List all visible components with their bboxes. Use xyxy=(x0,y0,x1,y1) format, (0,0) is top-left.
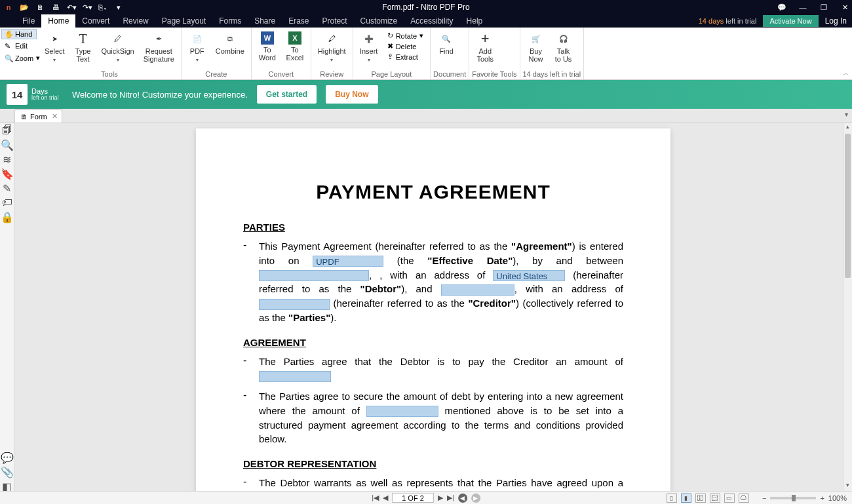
menu-help[interactable]: Help xyxy=(460,14,490,28)
vertical-scrollbar[interactable]: ▴ ▾ xyxy=(843,123,852,491)
menu-customize[interactable]: Customize xyxy=(354,14,404,28)
buy-now-button[interactable]: Buy Now xyxy=(326,85,378,104)
open-icon[interactable]: 📂 xyxy=(20,3,29,12)
scroll-down-icon[interactable]: ▾ xyxy=(843,482,852,491)
menu-home[interactable]: Home xyxy=(41,14,75,28)
combine-icon: ⧉ xyxy=(223,31,237,46)
attachments-panel-icon[interactable]: 📎 xyxy=(3,467,12,476)
creditor-name-field[interactable] xyxy=(441,284,514,296)
group-document-label: Document xyxy=(433,69,466,79)
extract-button[interactable]: ⇪Extract xyxy=(387,52,423,61)
zoom-level[interactable]: 100% xyxy=(828,494,847,502)
view-presentation-icon[interactable]: 🖵 xyxy=(739,494,749,503)
nav-forward-icon[interactable]: ▶ xyxy=(471,494,480,503)
menu-protect[interactable]: Protect xyxy=(316,14,354,28)
select-button[interactable]: ➤Select▾ xyxy=(41,29,69,69)
menu-review[interactable]: Review xyxy=(116,14,155,28)
view-facing-cont-icon[interactable]: ⿳ xyxy=(710,494,720,503)
quicksign-button[interactable]: 🖊QuickSign▾ xyxy=(98,29,138,69)
menu-convert[interactable]: Convert xyxy=(75,14,116,28)
debtor-name-field[interactable] xyxy=(259,270,369,281)
chat-icon[interactable]: 💬 xyxy=(777,3,786,12)
menu-accessibility[interactable]: Accessibility xyxy=(404,14,459,28)
pdf-button[interactable]: 📄PDF▾ xyxy=(184,29,210,69)
menu-erase[interactable]: Erase xyxy=(282,14,315,28)
print-icon[interactable]: 🖶 xyxy=(51,3,60,12)
insert-button[interactable]: ➕Insert▾ xyxy=(356,29,382,69)
get-started-button[interactable]: Get started xyxy=(257,85,317,104)
talk-to-us-button[interactable]: 🎧Talk to Us xyxy=(551,29,577,69)
login-link[interactable]: Log In xyxy=(825,16,847,26)
minimize-icon[interactable]: — xyxy=(798,3,807,12)
find-button[interactable]: 🔍Find xyxy=(433,29,459,69)
device-icon[interactable]: ⎘▾ xyxy=(98,3,107,12)
zoom-tool[interactable]: 🔍Zoom▾ xyxy=(1,52,37,64)
scroll-thumb[interactable] xyxy=(845,134,851,278)
main-area: 🗐 🔍 ≋ 🔖 ✎ 🏷 🔒 💬 📎 ◧ PAYMENT AGREEMENT PA… xyxy=(0,123,852,491)
type-text-button[interactable]: TType Text xyxy=(70,29,96,69)
edit-tool[interactable]: ✎Edit xyxy=(1,41,37,51)
next-page-icon[interactable]: ▶ xyxy=(438,494,443,502)
save-icon[interactable]: 🗎 xyxy=(35,3,45,12)
document-viewport[interactable]: PAYMENT AGREEMENT PARTIES - This Payment… xyxy=(14,123,852,491)
prev-page-icon[interactable]: ◀ xyxy=(383,494,388,502)
view-single-icon[interactable]: ▯ xyxy=(667,494,677,503)
doc-tab-icon: 🗎 xyxy=(20,113,28,121)
zoom-slider[interactable] xyxy=(770,497,816,499)
to-word-button[interactable]: WTo Word xyxy=(254,29,281,69)
undo-icon[interactable]: ↶▾ xyxy=(67,3,76,12)
highlight-button[interactable]: 🖍Highlight▾ xyxy=(314,29,350,69)
effective-date-field[interactable]: UPDF xyxy=(313,256,383,267)
zoom-out-icon[interactable]: − xyxy=(762,494,766,502)
to-excel-button[interactable]: XTo Excel xyxy=(282,29,308,69)
ribbon-collapse-icon[interactable]: ︿ xyxy=(843,69,849,78)
hand-tool[interactable]: ✋Hand xyxy=(1,29,37,39)
request-signature-button[interactable]: ✒Request Signature xyxy=(140,29,178,69)
qat-dropdown-icon[interactable]: ▾ xyxy=(114,3,123,12)
pages-panel-icon[interactable]: 🗐 xyxy=(3,126,12,135)
delete-icon: ✖ xyxy=(387,42,393,50)
menu-share[interactable]: Share xyxy=(248,14,282,28)
buy-now-ribbon-button[interactable]: 🛒Buy Now xyxy=(523,29,549,69)
close-icon[interactable]: ✕ xyxy=(840,3,849,12)
menu-page-layout[interactable]: Page Layout xyxy=(155,14,212,28)
rotate-button[interactable]: ↻Rotate ▾ xyxy=(387,31,423,40)
menu-forms[interactable]: Forms xyxy=(212,14,248,28)
last-page-icon[interactable]: ▶| xyxy=(447,494,454,502)
tab-close-icon[interactable]: ✕ xyxy=(52,112,58,121)
app-logo-icon: n xyxy=(4,3,13,12)
zoom-in-icon[interactable]: + xyxy=(820,494,824,502)
menu-file[interactable]: File xyxy=(16,14,41,28)
view-continuous-icon[interactable]: ▮ xyxy=(681,494,691,503)
activate-now-button[interactable]: Activate Now xyxy=(763,15,818,27)
comments-panel-icon[interactable]: 💬 xyxy=(3,453,12,462)
combine-button[interactable]: ⧉Combine xyxy=(212,29,248,69)
trial-days-text: 14 days left in trial xyxy=(699,17,757,25)
amount-field-1[interactable] xyxy=(259,371,331,382)
cart-icon: 🛒 xyxy=(529,31,543,46)
document-tab[interactable]: 🗎 Form ✕ xyxy=(14,109,62,123)
search-panel-icon[interactable]: 🔍 xyxy=(3,140,12,149)
creditor-address-field[interactable] xyxy=(259,299,330,310)
panel-toggle-icon[interactable]: ◧ xyxy=(3,482,12,491)
layers-panel-icon[interactable]: ≋ xyxy=(3,155,12,164)
debtor-address-field[interactable]: United States xyxy=(493,270,565,281)
bookmarks-panel-icon[interactable]: 🔖 xyxy=(3,169,12,178)
amount-field-2[interactable] xyxy=(366,406,438,417)
first-page-icon[interactable]: |◀ xyxy=(372,494,379,502)
scroll-up-icon[interactable]: ▴ xyxy=(843,123,852,132)
sign-panel-icon[interactable]: ✎ xyxy=(3,184,12,193)
group-convert-label: Convert xyxy=(254,69,308,79)
security-panel-icon[interactable]: 🔒 xyxy=(3,212,12,222)
tab-menu-icon[interactable]: ▾ xyxy=(845,111,848,118)
add-tools-button[interactable]: +Add Tools xyxy=(472,29,498,69)
tags-panel-icon[interactable]: 🏷 xyxy=(3,198,12,207)
maximize-icon[interactable]: ❐ xyxy=(819,3,828,12)
view-fullwidth-icon[interactable]: ▭ xyxy=(724,494,735,503)
view-facing-icon[interactable]: ⿲ xyxy=(695,494,706,503)
delete-button[interactable]: ✖Delete xyxy=(387,42,423,50)
nav-back-icon[interactable]: ◀ xyxy=(458,494,467,503)
edit-icon: ✎ xyxy=(5,42,12,50)
redo-icon[interactable]: ↷▾ xyxy=(83,3,92,12)
page-number-input[interactable] xyxy=(392,493,434,503)
